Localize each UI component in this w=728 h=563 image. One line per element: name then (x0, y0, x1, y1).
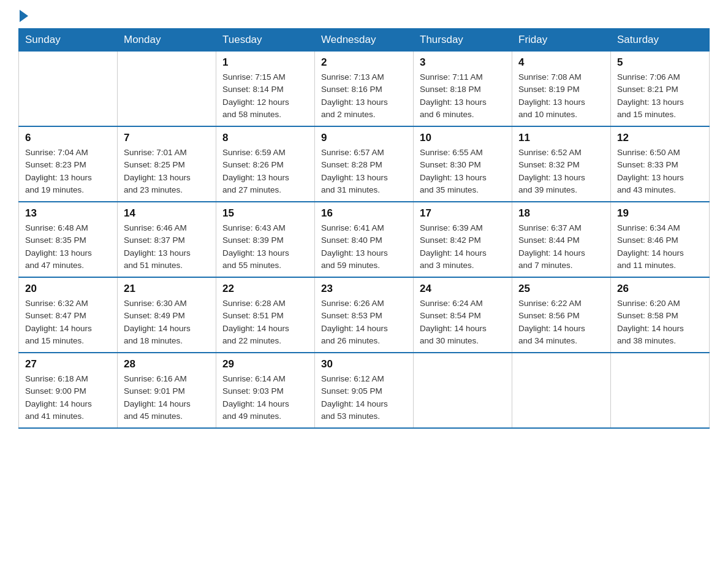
day-number: 3 (420, 56, 506, 69)
day-info: Sunrise: 6:34 AM Sunset: 8:46 PM Dayligh… (617, 222, 703, 272)
calendar-cell (414, 353, 512, 428)
header-friday: Friday (512, 29, 611, 52)
calendar-cell: 28Sunrise: 6:16 AM Sunset: 9:01 PM Dayli… (118, 353, 216, 428)
day-info: Sunrise: 6:26 AM Sunset: 8:53 PM Dayligh… (321, 297, 407, 347)
calendar-cell: 6Sunrise: 7:04 AM Sunset: 8:23 PM Daylig… (19, 126, 118, 202)
header-saturday: Saturday (611, 29, 710, 52)
calendar-cell: 9Sunrise: 6:57 AM Sunset: 8:28 PM Daylig… (315, 126, 414, 202)
day-number: 16 (321, 207, 407, 220)
header-wednesday: Wednesday (315, 29, 414, 52)
day-number: 23 (321, 283, 407, 295)
calendar-cell: 26Sunrise: 6:20 AM Sunset: 8:58 PM Dayli… (611, 277, 710, 353)
calendar-cell: 11Sunrise: 6:52 AM Sunset: 8:32 PM Dayli… (512, 126, 611, 202)
day-number: 19 (617, 207, 703, 220)
day-info: Sunrise: 6:32 AM Sunset: 8:47 PM Dayligh… (25, 297, 111, 347)
day-number: 30 (321, 358, 407, 370)
calendar-table: Sunday Monday Tuesday Wednesday Thursday… (18, 28, 710, 429)
day-info: Sunrise: 6:37 AM Sunset: 8:44 PM Dayligh… (518, 222, 604, 272)
day-number: 20 (25, 283, 111, 295)
day-number: 24 (420, 283, 506, 295)
day-number: 12 (617, 132, 703, 144)
calendar-cell: 19Sunrise: 6:34 AM Sunset: 8:46 PM Dayli… (611, 202, 710, 277)
calendar-cell: 7Sunrise: 7:01 AM Sunset: 8:25 PM Daylig… (118, 126, 216, 202)
day-number: 2 (321, 56, 407, 69)
day-number: 9 (321, 132, 407, 144)
calendar-cell (118, 52, 216, 127)
calendar-cell: 25Sunrise: 6:22 AM Sunset: 8:56 PM Dayli… (512, 277, 611, 353)
day-info: Sunrise: 6:52 AM Sunset: 8:32 PM Dayligh… (518, 147, 604, 196)
day-info: Sunrise: 7:06 AM Sunset: 8:21 PM Dayligh… (617, 71, 703, 121)
calendar-cell: 24Sunrise: 6:24 AM Sunset: 8:54 PM Dayli… (414, 277, 512, 353)
calendar-week-row: 6Sunrise: 7:04 AM Sunset: 8:23 PM Daylig… (19, 126, 710, 202)
day-info: Sunrise: 6:28 AM Sunset: 8:51 PM Dayligh… (222, 297, 308, 347)
day-info: Sunrise: 6:46 AM Sunset: 8:37 PM Dayligh… (124, 222, 210, 272)
day-number: 10 (420, 132, 506, 144)
calendar-cell: 29Sunrise: 6:14 AM Sunset: 9:03 PM Dayli… (216, 353, 315, 428)
day-number: 1 (222, 56, 308, 69)
calendar-cell: 23Sunrise: 6:26 AM Sunset: 8:53 PM Dayli… (315, 277, 414, 353)
calendar-cell: 1Sunrise: 7:15 AM Sunset: 8:14 PM Daylig… (216, 52, 315, 127)
calendar-cell: 27Sunrise: 6:18 AM Sunset: 9:00 PM Dayli… (19, 353, 118, 428)
day-number: 27 (25, 358, 111, 370)
day-info: Sunrise: 6:43 AM Sunset: 8:39 PM Dayligh… (222, 222, 308, 272)
calendar-cell: 14Sunrise: 6:46 AM Sunset: 8:37 PM Dayli… (118, 202, 216, 277)
day-number: 5 (617, 56, 703, 69)
day-info: Sunrise: 6:50 AM Sunset: 8:33 PM Dayligh… (617, 147, 703, 196)
day-number: 21 (124, 283, 210, 295)
header-thursday: Thursday (414, 29, 512, 52)
day-info: Sunrise: 7:08 AM Sunset: 8:19 PM Dayligh… (518, 71, 604, 121)
calendar-cell: 10Sunrise: 6:55 AM Sunset: 8:30 PM Dayli… (414, 126, 512, 202)
calendar-cell: 8Sunrise: 6:59 AM Sunset: 8:26 PM Daylig… (216, 126, 315, 202)
day-info: Sunrise: 6:48 AM Sunset: 8:35 PM Dayligh… (25, 222, 111, 272)
day-number: 7 (124, 132, 210, 144)
calendar-week-row: 13Sunrise: 6:48 AM Sunset: 8:35 PM Dayli… (19, 202, 710, 277)
calendar-cell: 3Sunrise: 7:11 AM Sunset: 8:18 PM Daylig… (414, 52, 512, 127)
calendar-cell: 2Sunrise: 7:13 AM Sunset: 8:16 PM Daylig… (315, 52, 414, 127)
day-info: Sunrise: 7:04 AM Sunset: 8:23 PM Dayligh… (25, 147, 111, 196)
day-info: Sunrise: 6:16 AM Sunset: 9:01 PM Dayligh… (124, 373, 210, 423)
day-number: 28 (124, 358, 210, 370)
day-number: 4 (518, 56, 604, 69)
calendar-cell: 17Sunrise: 6:39 AM Sunset: 8:42 PM Dayli… (414, 202, 512, 277)
day-number: 15 (222, 207, 308, 220)
calendar-cell: 22Sunrise: 6:28 AM Sunset: 8:51 PM Dayli… (216, 277, 315, 353)
day-number: 29 (222, 358, 308, 370)
day-number: 8 (222, 132, 308, 144)
calendar-week-row: 1Sunrise: 7:15 AM Sunset: 8:14 PM Daylig… (19, 52, 710, 127)
day-info: Sunrise: 6:59 AM Sunset: 8:26 PM Dayligh… (222, 147, 308, 196)
page-header (18, 12, 710, 22)
day-info: Sunrise: 7:15 AM Sunset: 8:14 PM Dayligh… (222, 71, 308, 121)
header-monday: Monday (118, 29, 216, 52)
calendar-cell (19, 52, 118, 127)
day-number: 11 (518, 132, 604, 144)
day-info: Sunrise: 6:14 AM Sunset: 9:03 PM Dayligh… (222, 373, 308, 423)
day-info: Sunrise: 6:22 AM Sunset: 8:56 PM Dayligh… (518, 297, 604, 347)
day-info: Sunrise: 6:41 AM Sunset: 8:40 PM Dayligh… (321, 222, 407, 272)
calendar-cell: 16Sunrise: 6:41 AM Sunset: 8:40 PM Dayli… (315, 202, 414, 277)
day-number: 6 (25, 132, 111, 144)
day-info: Sunrise: 6:18 AM Sunset: 9:00 PM Dayligh… (25, 373, 111, 423)
logo (18, 12, 28, 22)
day-info: Sunrise: 6:30 AM Sunset: 8:49 PM Dayligh… (124, 297, 210, 347)
header-sunday: Sunday (19, 29, 118, 52)
logo-arrow-icon (20, 10, 28, 22)
day-number: 17 (420, 207, 506, 220)
calendar-week-row: 20Sunrise: 6:32 AM Sunset: 8:47 PM Dayli… (19, 277, 710, 353)
day-number: 25 (518, 283, 604, 295)
day-number: 18 (518, 207, 604, 220)
day-number: 13 (25, 207, 111, 220)
day-number: 26 (617, 283, 703, 295)
day-info: Sunrise: 6:57 AM Sunset: 8:28 PM Dayligh… (321, 147, 407, 196)
calendar-cell (512, 353, 611, 428)
day-info: Sunrise: 6:12 AM Sunset: 9:05 PM Dayligh… (321, 373, 407, 423)
calendar-week-row: 27Sunrise: 6:18 AM Sunset: 9:00 PM Dayli… (19, 353, 710, 428)
day-info: Sunrise: 7:13 AM Sunset: 8:16 PM Dayligh… (321, 71, 407, 121)
calendar-cell: 13Sunrise: 6:48 AM Sunset: 8:35 PM Dayli… (19, 202, 118, 277)
day-info: Sunrise: 6:24 AM Sunset: 8:54 PM Dayligh… (420, 297, 506, 347)
day-info: Sunrise: 6:55 AM Sunset: 8:30 PM Dayligh… (420, 147, 506, 196)
calendar-cell: 4Sunrise: 7:08 AM Sunset: 8:19 PM Daylig… (512, 52, 611, 127)
day-info: Sunrise: 7:01 AM Sunset: 8:25 PM Dayligh… (124, 147, 210, 196)
day-info: Sunrise: 7:11 AM Sunset: 8:18 PM Dayligh… (420, 71, 506, 121)
day-number: 22 (222, 283, 308, 295)
header-tuesday: Tuesday (216, 29, 315, 52)
